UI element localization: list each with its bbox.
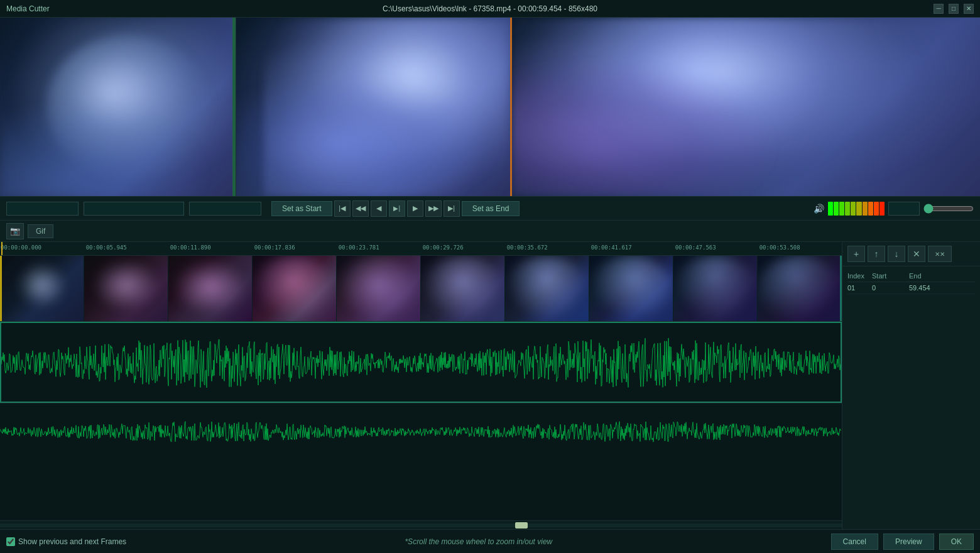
timeline-wrapper: 00:00:00.000 00:00:05.945 00:00:11.890 0… — [0, 242, 980, 529]
thumbnail-9[interactable] — [758, 256, 842, 321]
right-panel-toolbar: + ↑ ↓ ✕ ✕✕ — [842, 242, 980, 266]
prev-large-button[interactable]: ◀◀ — [352, 200, 369, 217]
go-to-start-button[interactable]: |◀ — [334, 200, 351, 217]
minimize-button[interactable]: ─ — [934, 4, 944, 14]
thumb-end-marker — [840, 256, 842, 321]
volume-slider[interactable] — [923, 204, 974, 214]
move-down-button[interactable]: ↓ — [888, 246, 905, 262]
toolbar-row: 📷 Gif — [0, 221, 980, 242]
window-controls: ─ □ ✕ — [934, 4, 974, 14]
play-pause-button[interactable]: ▶| — [389, 200, 405, 217]
playhead-marker — [1, 242, 3, 255]
maximize-button[interactable]: □ — [949, 4, 959, 14]
thumbnail-8[interactable] — [673, 256, 758, 321]
waveform-canvas-main — [0, 322, 842, 403]
bottom-bar: Show previous and next Frames *Scroll th… — [0, 529, 980, 553]
ruler-label-6: 00:00:35.672 — [507, 244, 548, 251]
start-time-input[interactable]: 00:00:00.000 — [6, 202, 79, 216]
end-time-input[interactable]: 00:00:59.454 — [189, 202, 261, 216]
scroll-hint: *Scroll the mouse wheel to zoom in/out v… — [405, 537, 552, 546]
volume-area: 🔊 0 — [814, 202, 974, 216]
col-header-start: Start — [872, 272, 906, 280]
thumbnail-0[interactable] — [0, 256, 84, 321]
segments-header: Index Start End — [847, 270, 975, 282]
thumbnail-3[interactable] — [253, 256, 337, 321]
preview-area — [0, 18, 980, 197]
col-header-index: Index — [847, 272, 869, 280]
main-content: 00:00:00.000 00:00:00.000 00:00:59.454 S… — [0, 18, 980, 553]
ruler-label-7: 00:00:41.617 — [591, 244, 632, 251]
move-up-button[interactable]: ↑ — [868, 246, 885, 262]
titlebar: Media Cutter C:\Users\asus\Videos\lnk - … — [0, 0, 980, 18]
video-frame-center[interactable] — [236, 18, 510, 196]
ruler-label-9: 00:00:53.508 — [760, 244, 800, 251]
preview-frame-left — [0, 18, 236, 196]
ruler-label-5: 00:00:29.726 — [423, 244, 464, 251]
waveform-mini[interactable] — [0, 403, 842, 529]
next-frame-button[interactable]: ▶ — [407, 200, 423, 217]
controls-bar: 00:00:00.000 00:00:00.000 00:00:59.454 S… — [0, 197, 980, 221]
ruler-label-4: 00:00:23.781 — [339, 244, 379, 251]
thumbnail-4[interactable] — [337, 256, 421, 321]
video-frame-left[interactable] — [0, 18, 234, 196]
timeline-scrollbar[interactable] — [0, 520, 842, 529]
ruler-label-8: 00:00:47.563 — [675, 244, 716, 251]
seg-end-0: 59.454 — [909, 284, 944, 292]
waveform-canvas-mini — [0, 403, 842, 460]
go-to-end-button[interactable]: ▶| — [444, 200, 460, 217]
seg-start-0: 0 — [872, 284, 906, 292]
ruler-marks: 00:00:00.000 00:00:05.945 00:00:11.890 0… — [0, 242, 842, 255]
color-bars — [828, 202, 885, 216]
preview-frame-center — [236, 18, 512, 196]
thumb-start-marker — [0, 256, 2, 321]
seg-index-0: 01 — [847, 284, 869, 292]
nav-controls: Set as Start |◀ ◀◀ ◀ ▶| ▶ ▶▶ ▶| Set as E… — [271, 200, 520, 217]
prev-frame-button[interactable]: ◀ — [371, 200, 387, 217]
thumbnail-6[interactable] — [505, 256, 589, 321]
remove-segment-button[interactable]: ✕ — [908, 246, 925, 262]
close-button[interactable]: ✕ — [964, 4, 974, 14]
right-panel: + ↑ ↓ ✕ ✕✕ Index Start End 01 0 59.454 — [842, 242, 980, 529]
show-frames-label: Show previous and next Frames — [18, 537, 126, 546]
timeline-ruler: 00:00:00.000 00:00:05.945 00:00:11.890 0… — [0, 242, 842, 256]
ruler-label-0: 00:00:00.000 — [1, 244, 41, 251]
next-large-button[interactable]: ▶▶ — [425, 200, 442, 217]
scrollbar-track — [0, 523, 842, 527]
set-as-start-button[interactable]: Set as Start — [271, 201, 332, 216]
ok-button[interactable]: OK — [939, 534, 974, 550]
col-header-end: End — [909, 272, 944, 280]
set-as-end-button[interactable]: Set as End — [462, 201, 520, 216]
thumbnail-2[interactable] — [168, 256, 253, 321]
screenshot-button[interactable]: 📷 — [6, 223, 24, 239]
thumbnail-7[interactable] — [589, 256, 673, 321]
show-frames-checkbox[interactable] — [6, 537, 15, 546]
current-time-input[interactable]: 00:00:00.000 — [84, 202, 184, 216]
ruler-label-3: 00:00:17.836 — [254, 244, 295, 251]
ruler-label-1: 00:00:05.945 — [86, 244, 127, 251]
thumbnail-strip — [0, 256, 842, 322]
segment-row-0[interactable]: 01 0 59.454 — [847, 282, 975, 294]
cancel-button[interactable]: Cancel — [831, 534, 878, 550]
timeline-area: 00:00:00.000 00:00:05.945 00:00:11.890 0… — [0, 242, 842, 529]
remove-all-segments-button[interactable]: ✕✕ — [928, 246, 952, 262]
thumbnail-1[interactable] — [84, 256, 168, 321]
volume-icon[interactable]: 🔊 — [814, 204, 824, 214]
preview-frame-right — [512, 18, 980, 196]
preview-button[interactable]: Preview — [883, 534, 934, 550]
gif-button[interactable]: Gif — [28, 224, 53, 238]
waveform-main[interactable] — [0, 322, 842, 403]
add-segment-button[interactable]: + — [847, 246, 865, 262]
thumbnail-5[interactable] — [421, 256, 505, 321]
app-title: Media Cutter — [6, 4, 50, 13]
window-title: C:\Users\asus\Videos\lnk - 67358.mp4 - 0… — [383, 4, 597, 13]
show-frames-checkbox-label[interactable]: Show previous and next Frames — [6, 537, 126, 546]
frame-counter-input[interactable]: 0 — [888, 202, 920, 216]
ruler-label-2: 00:00:11.890 — [170, 244, 211, 251]
segments-table: Index Start End 01 0 59.454 — [842, 266, 980, 298]
start-marker-line — [232, 18, 234, 196]
video-frame-right[interactable] — [512, 18, 980, 196]
scrollbar-thumb[interactable] — [515, 522, 528, 528]
